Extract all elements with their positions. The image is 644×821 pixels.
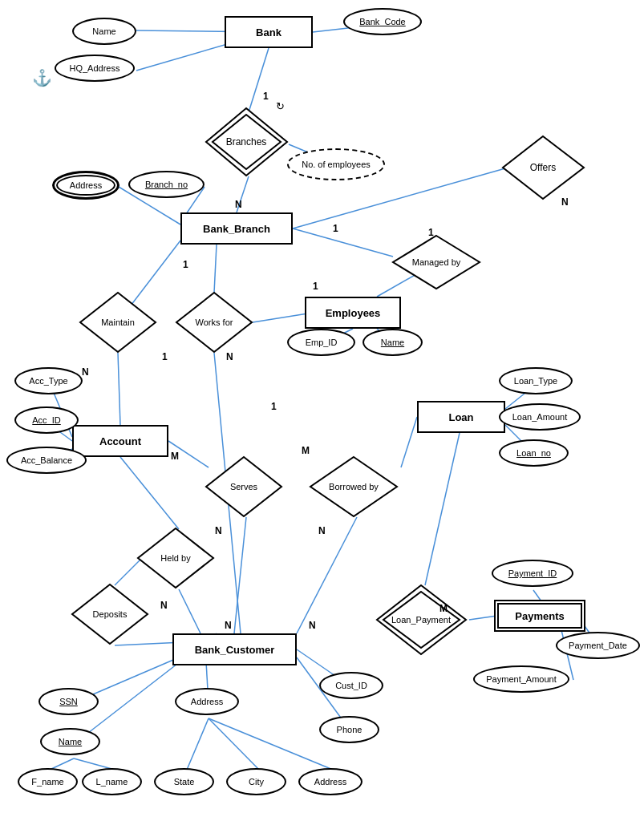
svg-line-8 [293,229,393,257]
cardinality-1a: 1 [333,223,338,234]
cardinality-n2: N [561,196,569,208]
bank-hq-attr: HQ_Address [55,55,135,82]
employees-entity: Employees [305,297,401,329]
borrowed-by-relationship: Borrowed by [309,455,399,518]
cardinality-1b: 1 [428,227,434,238]
svg-text:Works for: Works for [196,317,233,327]
state-attr: State [154,768,214,795]
svg-text:Managed by: Managed by [412,257,461,267]
svg-line-13 [253,313,313,322]
cardinality-n3: N [82,366,89,378]
svg-line-28 [469,616,497,620]
loan-entity: Loan [417,401,505,433]
svg-text:Maintain: Maintain [101,317,135,327]
er-diagram-canvas: ⚓ Bank Bank_Branch Employees Account Loa… [0,0,644,821]
cardinality-m3: M [439,603,448,614]
acc-balance-attr: Acc_Balance [6,447,87,474]
cardinality-n6: N [318,525,326,536]
svg-line-40 [209,718,259,770]
l-name-attr: L_name [82,768,142,795]
payment-amount-attr: Payment_Amount [473,665,569,693]
svg-line-22 [401,417,417,467]
payment-id-attr: Payment_ID [492,560,573,587]
svg-line-27 [425,433,460,585]
held-by-relationship: Held by [136,527,215,589]
bank-customer-entity: Bank_Customer [172,633,297,665]
svg-text:Held by: Held by [160,553,191,563]
svg-line-44 [179,589,200,633]
loan-payment-relationship: Loan_Payment [375,584,468,656]
svg-line-43 [120,457,179,529]
refresh-icon: ↻ [276,100,285,112]
svg-line-21 [234,517,246,633]
offers-relationship: Offers [501,135,585,200]
bank-name-attr: Name [72,18,136,45]
account-entity: Account [72,425,168,457]
bank-code-attr: Bank_Code [343,8,422,35]
branches-relationship: Branches ↻ [205,107,289,177]
acc-type-attr: Acc_Type [14,367,83,394]
f-name-attr: F_name [18,768,78,795]
ssn-attr: SSN [38,688,99,715]
svg-text:Offers: Offers [530,162,556,173]
num-employees-attr: No. of employees [287,148,385,180]
cardinality-1d: 1 [183,259,188,270]
acc-id-attr: Acc_ID [14,406,79,434]
loan-type-attr: Loan_Type [499,367,573,394]
cardinality-n7: N [160,600,168,611]
svg-text:Loan_Payment: Loan_Payment [391,615,451,625]
cardinality-1f: 1 [271,401,277,412]
payment-date-attr: Payment_Date [556,632,640,659]
bank-entity: Bank [225,16,313,48]
serves-relationship: Serves [205,455,283,518]
cardinality-1: 1 [263,91,269,102]
cardinality-n9: N [309,620,316,631]
cust-name-attr: Name [40,728,100,755]
svg-text:Deposits: Deposits [93,609,128,619]
city-attr: City [226,768,286,795]
cardinality-1c: 1 [313,281,318,292]
loan-amount-attr: Loan_Amount [499,403,581,431]
branch-no-attr: Branch_no [128,171,205,198]
svg-line-3 [249,48,269,112]
svg-line-41 [209,718,333,770]
svg-line-39 [187,718,209,770]
cardinality-n1: N [235,199,242,210]
maintain-relationship: Maintain [79,291,157,354]
bank-branch-entity: Bank_Branch [180,212,293,245]
cust-id-attr: Cust_ID [319,672,383,699]
loan-no-attr: Loan_no [499,439,569,467]
payments-entity-wrapper: Payments [494,600,585,632]
cardinality-1e: 1 [162,351,168,362]
cust-address-attr: Address [175,688,239,715]
cardinality-m2: M [302,445,310,456]
emp-id-attr: Emp_ID [287,329,355,356]
anchor-icon: ⚓ [32,68,52,87]
emp-name-attr: Name [363,329,423,356]
svg-text:Serves: Serves [230,482,258,491]
deposits-relationship: Deposits [71,583,149,645]
cardinality-n5: N [215,525,222,536]
cardinality-n8: N [225,620,232,631]
svg-text:Borrowed by: Borrowed by [329,482,379,491]
cardinality-n4: N [226,351,233,362]
svg-line-16 [118,353,120,425]
svg-line-23 [297,517,357,633]
svg-line-12 [214,245,217,293]
works-for-relationship: Works for [175,291,253,354]
cardinality-m1: M [171,451,179,462]
phone-attr: Phone [319,716,379,743]
svg-text:Branches: Branches [226,136,267,148]
managed-by-relationship: Managed by [391,234,481,290]
cust-addr2-attr: Address [298,768,363,795]
